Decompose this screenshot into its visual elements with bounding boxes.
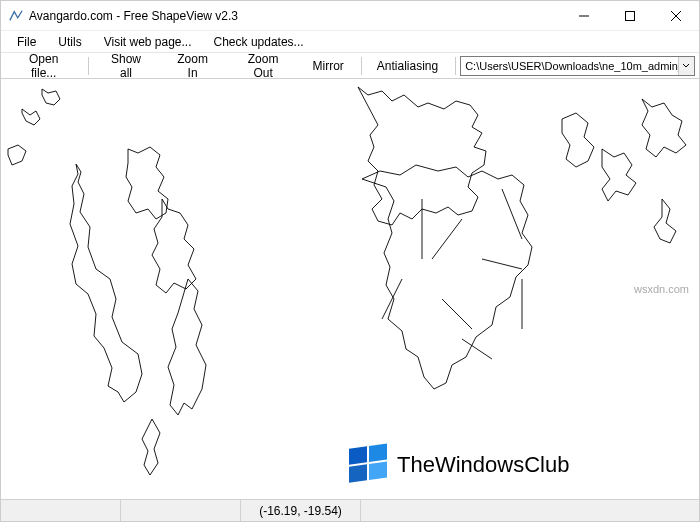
status-cell-1 (1, 500, 121, 521)
minimize-button[interactable] (561, 1, 607, 31)
antialiasing-button[interactable]: Antialiasing (366, 55, 449, 77)
svg-rect-5 (369, 443, 387, 462)
status-cell-2 (121, 500, 241, 521)
brand-watermark-text: TheWindowsClub (397, 452, 569, 478)
mirror-button[interactable]: Mirror (302, 55, 355, 77)
window-controls (561, 1, 699, 30)
svg-rect-4 (349, 446, 367, 465)
map-shapes (1, 79, 699, 499)
toolbar: Open file... Show all Zoom In Zoom Out M… (1, 53, 699, 79)
chevron-down-icon[interactable] (678, 57, 694, 75)
toolbar-separator (88, 57, 89, 75)
window-title: Avangardo.com - Free ShapeView v2.3 (29, 9, 561, 23)
windows-logo-icon (347, 441, 391, 488)
toolbar-separator (455, 57, 456, 75)
brand-watermark: TheWindowsClub (347, 441, 569, 488)
map-canvas[interactable]: TheWindowsClub wsxdn.com (1, 79, 699, 499)
svg-rect-1 (626, 12, 635, 21)
app-icon (9, 9, 23, 23)
site-watermark: wsxdn.com (634, 283, 689, 295)
maximize-button[interactable] (607, 1, 653, 31)
titlebar: Avangardo.com - Free ShapeView v2.3 (1, 1, 699, 31)
status-coordinates: (-16.19, -19.54) (241, 500, 361, 521)
svg-rect-6 (349, 464, 367, 483)
close-button[interactable] (653, 1, 699, 31)
svg-rect-7 (369, 461, 387, 480)
file-path-text: C:\Users\USER\Downloads\ne_10m_admin_0_b… (461, 60, 678, 72)
app-window: Avangardo.com - Free ShapeView v2.3 File… (0, 0, 700, 522)
toolbar-separator (361, 57, 362, 75)
statusbar: (-16.19, -19.54) (1, 499, 699, 521)
file-path-combo[interactable]: C:\Users\USER\Downloads\ne_10m_admin_0_b… (460, 56, 695, 76)
